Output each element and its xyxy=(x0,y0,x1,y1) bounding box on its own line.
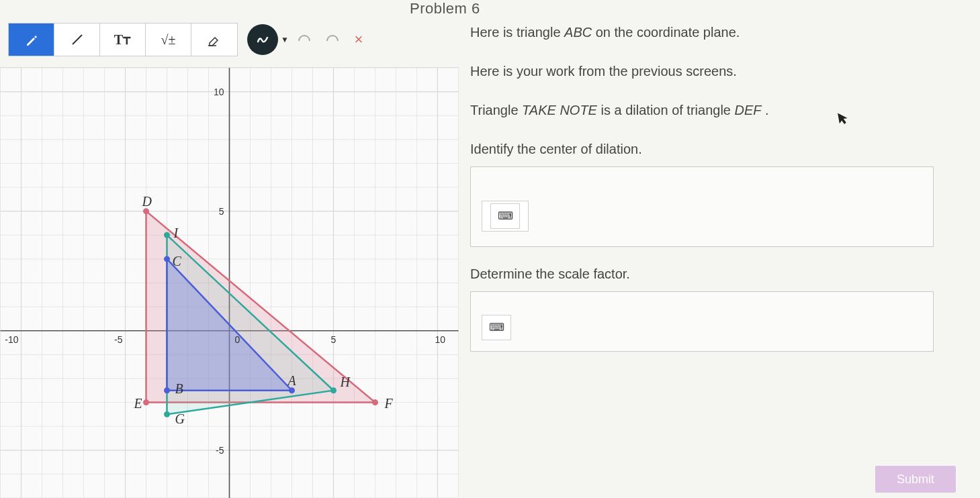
keyboard-icon: ⌨ xyxy=(498,209,513,223)
svg-point-48 xyxy=(143,399,149,405)
text: . xyxy=(762,103,769,117)
svg-point-56 xyxy=(164,387,170,393)
text: Triangle xyxy=(470,103,522,117)
eraser-icon xyxy=(207,32,222,47)
svg-text:B: B xyxy=(175,381,183,396)
svg-text:I: I xyxy=(173,226,179,240)
svg-point-51 xyxy=(164,232,170,238)
svg-text:G: G xyxy=(175,411,184,426)
undo-button[interactable] xyxy=(292,24,318,55)
svg-text:-5: -5 xyxy=(114,334,123,345)
problem-panel: Here is triangle ABC on the coordinate p… xyxy=(470,23,954,352)
keyboard-button-1[interactable]: ⌨ xyxy=(490,203,520,229)
svg-text:C: C xyxy=(172,254,181,268)
coordinate-plane[interactable]: -10-50510-5510 DICEBGAHF xyxy=(0,67,459,498)
scribble-icon xyxy=(255,32,270,47)
svg-text:5: 5 xyxy=(219,206,224,217)
keyboard-icon: ⌨ xyxy=(489,320,504,335)
svg-text:F: F xyxy=(384,396,393,411)
redo-button[interactable] xyxy=(318,24,345,55)
line-tool[interactable] xyxy=(54,23,100,56)
svg-line-0 xyxy=(73,35,82,44)
svg-text:-5: -5 xyxy=(216,445,224,456)
problem-line-1: Here is triangle ABC on the coordinate p… xyxy=(470,23,954,42)
svg-point-53 xyxy=(330,387,337,393)
pen-icon xyxy=(25,33,38,46)
tool-dropdown[interactable]: ▼ xyxy=(278,35,292,44)
svg-text:D: D xyxy=(142,194,152,209)
svg-point-57 xyxy=(289,387,295,393)
toolbar: Tᴛ √± ▼ × xyxy=(8,23,372,56)
text-tool[interactable]: Tᴛ xyxy=(100,23,146,56)
svg-text:E: E xyxy=(134,396,142,411)
svg-text:-10: -10 xyxy=(5,334,18,345)
prompt-center-of-dilation: Identify the center of dilation. xyxy=(470,140,954,158)
redo-icon xyxy=(323,33,341,46)
text: is a dilation of triangle xyxy=(597,103,735,117)
undo-icon xyxy=(296,33,314,46)
line-icon xyxy=(70,32,85,47)
svg-text:A: A xyxy=(287,373,297,388)
problem-line-2: Here is your work from the previous scre… xyxy=(470,62,954,81)
close-icon: × xyxy=(355,31,363,48)
svg-point-47 xyxy=(143,208,149,214)
triangle-takenote-ref: TAKE NOTE xyxy=(522,103,597,117)
math-field-1[interactable]: ⌨ xyxy=(482,201,529,232)
svg-point-49 xyxy=(372,399,378,405)
tool-group: Tᴛ √± xyxy=(8,23,238,56)
math-tool-label: √± xyxy=(161,32,176,48)
svg-text:0: 0 xyxy=(234,334,240,345)
svg-text:10: 10 xyxy=(214,87,224,97)
eraser-tool[interactable] xyxy=(191,23,237,56)
text: on the coordinate plane. xyxy=(592,25,740,40)
keyboard-button-2[interactable]: ⌨ xyxy=(482,315,511,340)
graph-svg: -10-50510-5510 DICEBGAHF xyxy=(0,68,459,498)
svg-text:H: H xyxy=(339,375,351,389)
answer-box-2[interactable]: ⌨ xyxy=(470,291,934,352)
text: Here is triangle xyxy=(470,25,564,40)
submit-button[interactable]: Submit xyxy=(875,466,956,493)
problem-line-3: Triangle TAKE NOTE is a dilation of tria… xyxy=(470,101,954,119)
math-tool[interactable]: √± xyxy=(146,23,191,56)
text-tool-label: Tᴛ xyxy=(114,32,131,48)
prompt-scale-factor: Determine the scale factor. xyxy=(470,264,954,283)
close-button[interactable]: × xyxy=(345,24,372,55)
svg-point-52 xyxy=(164,411,170,417)
page-title: Problem 6 xyxy=(410,0,480,17)
svg-text:5: 5 xyxy=(330,334,336,345)
triangle-def-ref: DEF xyxy=(735,103,762,117)
scribble-tool[interactable] xyxy=(247,24,278,55)
svg-point-55 xyxy=(164,256,170,262)
answer-box-1[interactable]: ⌨ xyxy=(470,166,934,247)
triangle-abc-ref: ABC xyxy=(564,25,592,40)
pen-tool[interactable] xyxy=(9,23,54,56)
svg-text:10: 10 xyxy=(435,334,445,345)
